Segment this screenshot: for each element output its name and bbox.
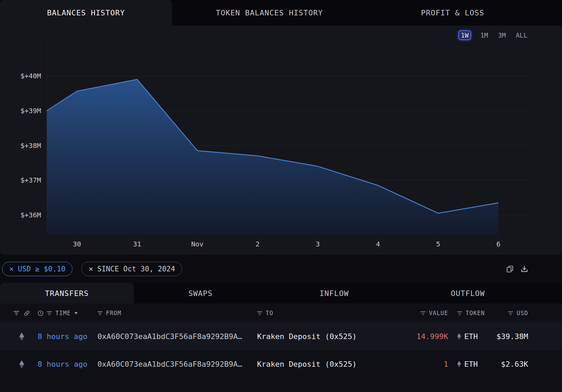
header-value-label: VALUE (429, 310, 448, 316)
filter-chip-since-label: SINCE Oct 30, 2024 (97, 265, 175, 273)
eth-icon (457, 361, 461, 367)
chevron-down-icon[interactable] (74, 312, 78, 314)
transfer-to-entity[interactable]: Kraken Deposit (0x525) (257, 332, 390, 341)
clock-icon (38, 310, 43, 316)
tab-bar-filler (535, 283, 562, 303)
transfer-time[interactable]: 8 hours ago (38, 360, 97, 368)
tab-token-balances-history[interactable]: TOKEN BALANCES HISTORY (172, 0, 367, 26)
table-header: TIME FROM TO VALUE TO (0, 303, 562, 323)
range-option-all[interactable]: ALL (515, 30, 528, 40)
transfer-from-address[interactable]: 0xA60C073eaA1bdC3F56aF8a9292B9A… (97, 360, 257, 368)
svg-text:31: 31 (133, 240, 141, 248)
filter-icon[interactable] (14, 311, 19, 315)
transfer-value: 1 (390, 360, 448, 368)
balances-chart: $+40M$+39M$+38M$+37M$+36M3031Nov23456 (0, 26, 562, 255)
svg-text:$+39M: $+39M (21, 107, 41, 115)
copy-icon[interactable] (506, 265, 514, 273)
chart-tabs: BALANCES HISTORY TOKEN BALANCES HISTORY … (0, 0, 562, 26)
close-icon[interactable]: × (9, 265, 14, 273)
svg-text:2: 2 (255, 240, 259, 248)
transfer-token-symbol: ETH (464, 360, 478, 368)
tab-transfers[interactable]: TRANSFERS (0, 283, 134, 303)
tab-profit-loss[interactable]: PROFIT & LOSS (367, 0, 538, 26)
range-option-1m[interactable]: 1M (480, 30, 489, 40)
header-usd-label: USD (517, 310, 528, 316)
filter-icon[interactable] (420, 311, 426, 315)
table-row[interactable]: 8 hours ago 0xA60C073eaA1bdC3F56aF8a9292… (0, 323, 562, 350)
filter-bar: × USD ≥ $0.10 × SINCE Oct 30, 2024 (0, 255, 562, 283)
filter-icon[interactable] (508, 311, 513, 315)
download-icon[interactable] (521, 265, 528, 273)
header-value[interactable]: VALUE (390, 310, 448, 316)
transfer-token[interactable]: ETH (448, 332, 485, 341)
eth-icon (457, 333, 461, 340)
header-from-label: FROM (106, 310, 121, 316)
svg-text:$+38M: $+38M (21, 141, 41, 150)
transfer-token[interactable]: ETH (448, 360, 485, 368)
table-row[interactable]: 8 hours ago 0xA60C073eaA1bdC3F56aF8a9292… (0, 350, 562, 378)
svg-text:$+40M: $+40M (21, 72, 41, 80)
svg-text:Nov: Nov (191, 240, 203, 248)
header-from[interactable]: FROM (97, 310, 257, 316)
header-to[interactable]: TO (257, 310, 390, 316)
transfer-time[interactable]: 8 hours ago (38, 332, 97, 341)
svg-text:3: 3 (316, 240, 320, 248)
header-usd[interactable]: USD (485, 310, 528, 316)
eth-icon (12, 360, 38, 368)
header-token-label: TOKEN (466, 310, 485, 316)
tab-balances-history[interactable]: BALANCES HISTORY (0, 0, 172, 26)
transfer-usd: $2.63K (485, 360, 528, 368)
filter-icon[interactable] (97, 311, 103, 315)
header-to-label: TO (266, 310, 273, 316)
transfer-usd: $39.38M (485, 332, 528, 341)
filter-chip-usd[interactable]: × USD ≥ $0.10 (2, 262, 72, 276)
svg-text:4: 4 (376, 240, 380, 248)
transfers-table: TIME FROM TO VALUE TO (0, 303, 562, 392)
activity-tabs: TRANSFERS SWAPS INFLOW OUTFLOW (0, 283, 562, 303)
svg-text:5: 5 (436, 240, 440, 248)
close-icon[interactable]: × (89, 265, 93, 273)
transfer-value: 14.999K (390, 332, 448, 341)
svg-text:6: 6 (496, 240, 500, 248)
time-range-selector: 1W 1M 3M ALL (458, 30, 528, 40)
svg-text:$+37M: $+37M (21, 176, 41, 184)
range-option-1w[interactable]: 1W (458, 30, 471, 40)
header-time[interactable]: TIME (38, 310, 97, 316)
balances-chart-card: $+40M$+39M$+38M$+37M$+36M3031Nov23456 1W… (0, 26, 562, 255)
tab-bar-filler (538, 0, 562, 26)
header-time-label: TIME (55, 310, 71, 316)
tab-inflow[interactable]: INFLOW (267, 283, 401, 303)
tab-swaps[interactable]: SWAPS (134, 283, 267, 303)
filter-chip-usd-label: USD ≥ $0.10 (18, 265, 65, 273)
svg-text:$+36M: $+36M (21, 211, 41, 219)
header-token[interactable]: TOKEN (448, 310, 485, 316)
filter-icon[interactable] (47, 311, 52, 315)
filter-icon[interactable] (257, 311, 262, 315)
transfer-to-entity[interactable]: Kraken Deposit (0x525) (257, 360, 390, 368)
transfer-token-symbol: ETH (464, 332, 478, 341)
range-option-3m[interactable]: 3M (497, 30, 507, 40)
filter-icon[interactable] (457, 311, 462, 315)
svg-text:30: 30 (73, 240, 81, 248)
header-left-icons (12, 310, 38, 316)
filter-chip-since[interactable]: × SINCE Oct 30, 2024 (81, 262, 182, 276)
transfer-from-address[interactable]: 0xA60C073eaA1bdC3F56aF8a9292B9A… (97, 332, 257, 341)
eth-icon (12, 333, 38, 341)
table-actions (506, 265, 528, 273)
tab-outflow[interactable]: OUTFLOW (401, 283, 535, 303)
link-icon[interactable] (24, 310, 30, 316)
